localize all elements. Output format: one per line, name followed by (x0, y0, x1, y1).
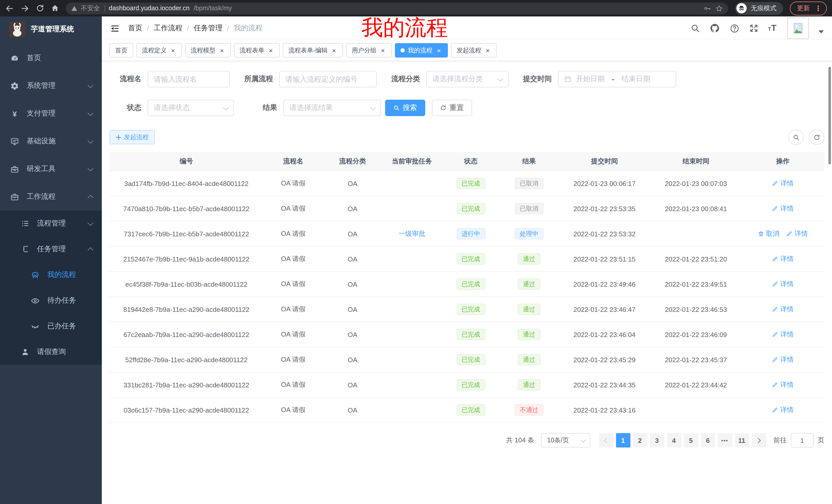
avatar-caret-icon[interactable] (818, 30, 824, 33)
table-row: 3ad174fb-7b9d-11ec-8404-acde48001122 OA … (109, 171, 824, 196)
security-warning[interactable]: 不安全 (71, 4, 100, 12)
process-category: OA (323, 171, 382, 196)
detail-link[interactable]: 详情 (772, 355, 794, 364)
start-process-button[interactable]: 发起流程 (109, 130, 155, 144)
current-task (382, 322, 442, 347)
detail-link[interactable]: 详情 (772, 179, 794, 188)
sidebar-item-devtools[interactable]: 研发工具 (0, 155, 102, 183)
status-select[interactable]: 请选择状态 (148, 100, 234, 116)
result-select[interactable]: 请选择流结果 (283, 100, 381, 116)
current-task-link[interactable]: 一级审批 (398, 230, 425, 237)
tab-process-form[interactable]: 流程表单× (234, 43, 280, 58)
detail-link[interactable]: 详情 (772, 380, 794, 389)
home-icon[interactable] (51, 4, 59, 12)
close-icon[interactable]: × (485, 47, 491, 54)
detail-link[interactable]: 详情 (772, 254, 794, 263)
fullscreen-icon[interactable] (749, 24, 758, 33)
sidebar-item-leave-query[interactable]: 请假查询 (0, 339, 102, 365)
tab-home[interactable]: 首页 (109, 43, 133, 58)
search-icon[interactable] (690, 24, 700, 33)
scrollbar-thumb[interactable] (828, 67, 831, 164)
reload-icon[interactable] (36, 4, 44, 12)
refresh-table-button[interactable] (809, 130, 824, 145)
close-icon[interactable]: × (436, 47, 442, 54)
page-button-4[interactable]: 4 (667, 433, 681, 447)
sidebar-item-done-tasks[interactable]: 已办任务 (0, 313, 102, 339)
detail-link[interactable]: 详情 (772, 305, 794, 314)
goto-page-input[interactable] (791, 433, 813, 447)
cancel-link[interactable]: 取消 (758, 229, 779, 239)
chevron-left-icon (604, 438, 609, 443)
sidebar-item-label: 已办任务 (47, 321, 93, 331)
page-button-2[interactable]: 2 (633, 433, 647, 447)
close-icon[interactable]: × (267, 47, 274, 54)
tab-process-form-edit[interactable]: 流程表单-编辑× (283, 43, 343, 58)
next-page-button[interactable] (752, 433, 766, 447)
page-button-6[interactable]: 6 (701, 433, 715, 447)
process-table: 编号 流程名 流程分类 当前审批任务 状态 结果 提交时间 结束时间 操作 (109, 152, 824, 423)
sidebar-item-payment[interactable]: ¥ 支付管理 (0, 100, 102, 128)
close-icon[interactable]: × (218, 47, 225, 54)
toggle-search-button[interactable] (788, 130, 804, 145)
sidebar-item-process-mgmt[interactable]: 流程管理 (0, 211, 102, 236)
sidebar-item-my-process[interactable]: 我的流程 (0, 262, 102, 288)
tab-start-process[interactable]: 发起流程× (451, 43, 497, 58)
detail-link[interactable]: 详情 (786, 229, 808, 239)
page-button-1[interactable]: 1 (616, 433, 630, 447)
user-icon (21, 347, 29, 356)
chevron-down-icon (370, 104, 376, 110)
more-pages-button[interactable]: ••• (718, 433, 732, 447)
sidebar-item-task-mgmt[interactable]: 任务管理 (0, 236, 102, 262)
sidebar-item-home[interactable]: 首页 (0, 44, 102, 72)
process-id: 7470a810-7b9b-11ec-b5b7-acde48001122 (109, 196, 263, 221)
sidebar-item-todo-tasks[interactable]: 待办任务 (0, 288, 102, 313)
update-button[interactable]: 更新 ⋮ (790, 1, 827, 15)
back-icon[interactable] (5, 4, 14, 12)
active-dot (400, 48, 405, 52)
sidebar-item-workflow[interactable]: 工作流程 (0, 183, 102, 211)
sidebar-collapse-icon[interactable] (110, 23, 120, 33)
page-content: 流程名 所属流程 流程分类 请选择流程分类 提交时间 开始日期 (102, 61, 832, 504)
tab-process-definition[interactable]: 流程定义× (136, 43, 182, 58)
reset-button[interactable]: 重置 (432, 100, 472, 116)
forward-icon[interactable] (21, 4, 29, 12)
page-size-select[interactable]: 10条/页 (541, 433, 590, 447)
process-definition-input[interactable] (279, 71, 377, 87)
submit-time: 2022-01-23 00:06:17 (558, 171, 651, 196)
tab-process-model[interactable]: 流程模型× (185, 43, 231, 58)
col-id: 编号 (109, 152, 263, 171)
detail-link[interactable]: 详情 (772, 279, 794, 289)
close-icon[interactable]: × (170, 47, 176, 54)
page-button-11[interactable]: 11 (734, 433, 749, 447)
bookmark-star-icon[interactable] (715, 4, 723, 12)
sidebar-item-system[interactable]: 系统管理 (0, 72, 102, 100)
breadcrumb-task-mgmt[interactable]: 任务管理 (194, 24, 223, 33)
close-icon[interactable]: × (380, 47, 386, 54)
font-size-icon[interactable]: TT (768, 23, 777, 33)
search-button[interactable]: 搜索 (385, 100, 425, 116)
prev-page-button[interactable] (599, 433, 613, 447)
avatar[interactable] (787, 18, 809, 39)
page-button-5[interactable]: 5 (684, 433, 698, 447)
address-bar[interactable]: 不安全 dashboard.yudao.iocoder.cn/bpm/task/… (66, 2, 728, 14)
breadcrumb-workflow[interactable]: 工作流程 (154, 24, 183, 33)
detail-link[interactable]: 详情 (772, 405, 794, 415)
browser-menu-icon[interactable]: ⋮ (814, 5, 822, 12)
tab-user-group[interactable]: 用户分组× (346, 43, 392, 58)
end-time: 2022-01-22 23:46:09 (650, 322, 741, 347)
tab-my-process[interactable]: 我的流程× (395, 43, 448, 58)
close-icon[interactable]: × (331, 47, 337, 54)
help-icon[interactable] (729, 23, 739, 33)
sidebar-item-infra[interactable]: 基础设施 (0, 128, 102, 155)
detail-link[interactable]: 详情 (772, 330, 794, 339)
category-select[interactable]: 请选择流程分类 (426, 71, 509, 87)
github-icon[interactable] (709, 23, 720, 33)
page-button-3[interactable]: 3 (650, 433, 664, 447)
password-key-icon[interactable] (703, 4, 711, 12)
breadcrumb-home[interactable]: 首页 (128, 24, 142, 33)
process-name-input[interactable] (148, 71, 230, 87)
app-logo-row[interactable]: 芋道管理系统 (0, 17, 102, 42)
detail-link[interactable]: 详情 (772, 204, 794, 213)
current-task (382, 196, 442, 221)
submit-time-range-picker[interactable]: 开始日期 - 结束日期 (558, 71, 676, 87)
